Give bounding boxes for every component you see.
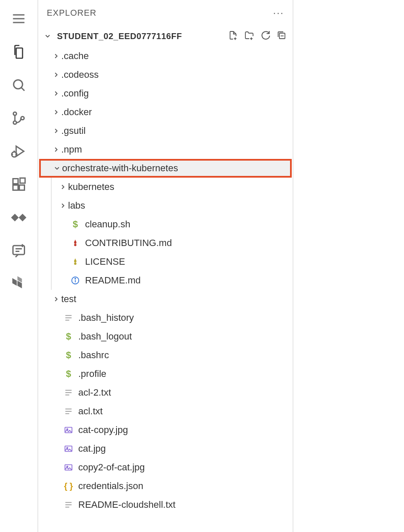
folder-item[interactable]: .cache (38, 47, 293, 65)
project-header[interactable]: STUDENT_02_EED0777116FF (38, 25, 293, 47)
search-icon[interactable] (9, 75, 29, 95)
file-label: .bash_history (78, 312, 134, 323)
file-label: cat-copy.jpg (78, 424, 128, 436)
file-label: .profile (78, 368, 106, 379)
chevron-down-icon (52, 164, 62, 172)
file-item[interactable]: acl-2.txt (38, 383, 293, 402)
svg-point-30 (74, 263, 77, 265)
image-file-icon (63, 462, 74, 473)
chevron-right-icon (58, 202, 68, 209)
explorer-icon[interactable] (9, 42, 29, 62)
source-control-icon[interactable] (9, 108, 29, 128)
explorer-sidebar: EXPLORER ··· STUDENT_02_EED0777116FF .ca… (38, 0, 293, 532)
chevron-right-icon (51, 71, 61, 79)
cloud-code-icon[interactable] (9, 207, 29, 228)
sidebar-header: EXPLORER ··· (38, 0, 293, 25)
svg-marker-17 (11, 214, 19, 221)
file-item[interactable]: acl.txt (38, 402, 293, 421)
svg-point-5 (13, 112, 17, 116)
new-file-icon[interactable] (228, 30, 238, 42)
file-item[interactable]: README-cloudshell.txt (38, 495, 293, 514)
svg-point-6 (13, 121, 17, 125)
text-file-icon (63, 499, 74, 510)
svg-point-3 (14, 80, 23, 89)
folder-label: .config (61, 88, 89, 99)
svg-point-29 (74, 244, 77, 246)
license-file-icon (70, 256, 81, 267)
svg-rect-16 (20, 178, 25, 183)
terraform-icon[interactable] (9, 274, 29, 294)
svg-rect-15 (20, 185, 25, 190)
chat-icon[interactable] (9, 241, 29, 261)
file-label: .bashrc (78, 350, 109, 361)
folder-item[interactable]: kubernetes (38, 178, 293, 196)
chevron-right-icon (51, 146, 61, 153)
text-file-icon (63, 312, 74, 323)
refresh-icon[interactable] (260, 30, 270, 42)
svg-rect-13 (13, 179, 18, 184)
file-item[interactable]: README.md (38, 271, 293, 290)
chevron-right-icon (51, 90, 61, 97)
menu-icon[interactable] (9, 8, 29, 29)
file-tree: .cache.codeoss.config.docker.gsutil.npmo… (38, 47, 293, 532)
shell-file-icon: $ (63, 350, 74, 361)
chevron-right-icon (51, 295, 61, 303)
folder-item[interactable]: .gsutil (38, 122, 293, 140)
svg-rect-14 (13, 185, 18, 190)
folder-label: .cache (61, 51, 89, 62)
chevron-down-icon (43, 32, 53, 40)
folder-item[interactable]: .codeoss (38, 65, 293, 84)
chevron-right-icon (51, 108, 61, 116)
file-item[interactable]: { }credentials.json (38, 477, 293, 495)
new-folder-icon[interactable] (244, 30, 254, 42)
svg-marker-18 (19, 214, 26, 221)
folder-item[interactable]: orchestrate-with-kubernetes (39, 159, 292, 178)
more-actions-icon[interactable]: ··· (273, 7, 284, 19)
project-name: STUDENT_02_EED0777116FF (57, 31, 182, 41)
file-item[interactable]: copy2-of-cat.jpg (38, 458, 293, 477)
folder-item[interactable]: labs (38, 196, 293, 215)
project-actions (228, 30, 293, 42)
file-label: credentials.json (78, 481, 143, 492)
json-file-icon: { } (63, 481, 74, 492)
shell-file-icon: $ (63, 331, 74, 342)
image-file-icon (63, 424, 74, 436)
sidebar-title: EXPLORER (47, 8, 97, 18)
file-label: acl.txt (78, 406, 102, 417)
folder-item[interactable]: test (38, 290, 293, 308)
file-label: cat.jpg (78, 443, 106, 454)
chevron-right-icon (51, 127, 61, 135)
folder-label: orchestrate-with-kubernetes (62, 163, 178, 174)
file-item[interactable]: $.profile (38, 365, 293, 383)
file-item[interactable]: .bash_history (38, 308, 293, 327)
image-file-icon (63, 443, 74, 454)
file-label: README.md (85, 275, 141, 286)
file-label: LICENSE (85, 256, 125, 267)
folder-label: .docker (61, 107, 92, 118)
folder-item[interactable]: .config (38, 84, 293, 103)
file-item[interactable]: $.bashrc (38, 346, 293, 365)
folder-item[interactable]: .npm (38, 140, 293, 159)
folder-label: test (61, 294, 76, 305)
folder-label: kubernetes (68, 181, 114, 192)
svg-point-33 (75, 278, 76, 279)
folder-label: .npm (61, 144, 82, 155)
folder-label: labs (68, 200, 85, 211)
run-debug-icon[interactable] (9, 141, 29, 161)
file-item[interactable]: $.bash_logout (38, 327, 293, 346)
activity-bar (0, 0, 38, 532)
file-item[interactable]: $cleanup.sh (38, 215, 293, 234)
file-label: README-cloudshell.txt (78, 499, 176, 510)
file-item[interactable]: CONTRIBUTING.md (38, 234, 293, 252)
file-item[interactable]: LICENSE (38, 252, 293, 271)
folder-label: .gsutil (61, 125, 85, 136)
text-file-icon (63, 387, 74, 398)
svg-marker-20 (12, 278, 17, 286)
file-label: acl-2.txt (78, 387, 111, 398)
file-item[interactable]: cat-copy.jpg (38, 421, 293, 439)
extensions-icon[interactable] (9, 174, 29, 195)
folder-item[interactable]: .docker (38, 103, 293, 122)
collapse-all-icon[interactable] (276, 30, 287, 42)
file-item[interactable]: cat.jpg (38, 439, 293, 458)
shell-file-icon: $ (63, 368, 74, 379)
